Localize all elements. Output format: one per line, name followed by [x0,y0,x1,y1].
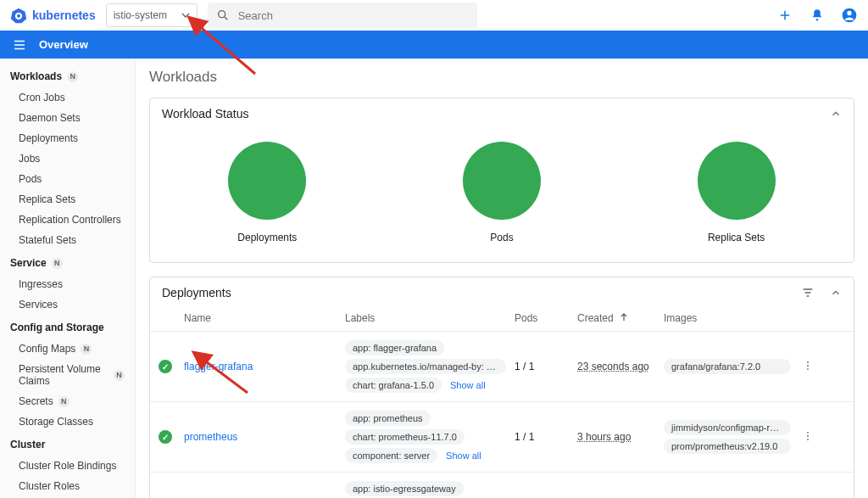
status-ok-icon [159,360,172,373]
namespace-selected: istio-system [114,9,167,21]
svg-point-12 [807,435,809,437]
svg-point-7 [847,11,851,15]
col-name[interactable]: Name [184,312,345,324]
status-circle-icon [228,142,306,220]
nav-heading-service[interactable]: ServiceN [0,250,135,274]
svg-point-9 [807,365,809,367]
deployments-card: Deployments Name Labels Pods Created Im [149,277,854,498]
search-input[interactable] [238,9,469,22]
sidebar-item-storage-classes[interactable]: Storage Classes [0,411,135,432]
namespace-badge-icon: N [114,370,125,381]
sidebar-item-deployments[interactable]: Deployments [0,128,135,148]
namespace-select[interactable]: istio-system [106,3,198,27]
nav-heading-cluster[interactable]: Cluster [0,432,135,456]
pods-cell: 1 / 1 [515,361,577,372]
nav-heading-workloads[interactable]: WorkloadsN [0,64,135,87]
show-all-link[interactable]: Show all [441,448,487,463]
label-chip: component: server [345,448,437,463]
col-pods[interactable]: Pods [515,312,577,324]
notifications-button[interactable] [809,7,826,24]
status-circle-icon [698,142,776,220]
label-chip: app.kubernetes.io/managed-by: Helm [345,359,506,374]
created-cell: 23 seconds ago [577,361,664,372]
table-row: prometheusapp: prometheuschart: promethe… [150,402,854,473]
col-labels[interactable]: Labels [345,312,515,324]
table-row: flagger-grafanaapp: flagger-grafanaapp.k… [150,332,854,402]
sidebar-item-services[interactable]: Services [0,294,135,315]
sidebar-item-replica-sets[interactable]: Replica Sets [0,189,135,210]
chevron-up-icon[interactable] [830,108,842,120]
labels-cell: app: istio-egressgatewayinstall.operator… [345,481,515,498]
sub-header: Overview [0,31,868,59]
sidebar-item-jobs[interactable]: Jobs [0,148,135,169]
sidebar-item-daemon-sets[interactable]: Daemon Sets [0,108,135,128]
sidebar-item-secrets[interactable]: SecretsN [0,391,135,411]
sidebar-item-config-maps[interactable]: Config MapsN [0,339,135,359]
status-label: Replica Sets [708,232,765,243]
sidebar: WorkloadsNCron JobsDaemon SetsDeployment… [0,59,136,498]
svg-point-3 [218,11,225,18]
label-chip: chart: grafana-1.5.0 [345,378,442,393]
page-title: Workloads [149,69,854,86]
images-cell: grafana/grafana:7.2.0 [664,359,791,374]
chevron-up-icon[interactable] [830,287,842,299]
image-chip: grafana/grafana:7.2.0 [664,359,791,374]
show-all-link[interactable]: Show all [445,378,491,393]
created-cell: 3 hours ago [577,431,664,443]
labels-cell: app: flagger-grafanaapp.kubernetes.io/ma… [345,340,515,393]
logo[interactable]: kubernetes [10,7,96,24]
col-created[interactable]: Created [577,312,664,324]
namespace-badge-icon: N [67,71,78,82]
workload-status-card: Workload Status DeploymentsPodsReplica S… [149,98,854,263]
labels-cell: app: prometheuschart: prometheus-11.7.0c… [345,411,515,463]
svg-point-13 [807,439,809,440]
row-menu-button[interactable] [791,430,825,445]
images-cell: jimmidyson/configmap-reload:v0.3.0prom/p… [664,420,791,454]
status-ok-icon [159,430,172,444]
hamburger-icon[interactable] [12,37,27,53]
label-chip: app: istio-egressgateway [345,481,464,496]
search-bar[interactable] [208,3,477,28]
account-button[interactable] [841,7,858,24]
card-title: Workload Status [162,107,248,120]
pods-cell: 1 / 1 [515,431,577,443]
create-button[interactable] [776,7,793,24]
bell-icon [810,8,825,23]
top-bar: kubernetes istio-system [0,0,868,31]
page-section-title: Overview [39,38,88,51]
kebab-icon [802,430,814,442]
sidebar-item-pods[interactable]: Pods [0,169,135,189]
table-row: istio-egressgatewayapp: istio-egressgate… [150,473,854,498]
namespace-badge-icon: N [81,344,92,355]
status-item-pods: Pods [463,142,541,243]
plus-icon [777,8,793,23]
svg-line-4 [225,17,227,20]
nav-heading-config-and-storage[interactable]: Config and Storage [0,315,135,339]
sidebar-item-cluster-role-bindings[interactable]: Cluster Role Bindings [0,456,135,476]
deployment-name-link[interactable]: flagger-grafana [184,361,345,372]
status-item-deployments: Deployments [228,142,306,243]
sidebar-item-replication-controllers[interactable]: Replication Controllers [0,210,135,230]
svg-point-8 [807,361,809,362]
image-chip: jimmidyson/configmap-reload:v0.3.0 [664,420,791,435]
sidebar-item-stateful-sets[interactable]: Stateful Sets [0,230,135,250]
deployment-name-link[interactable]: prometheus [184,431,345,443]
label-chip: app: flagger-grafana [345,340,444,355]
filter-icon[interactable] [801,286,815,299]
search-icon [216,8,230,22]
status-circle-icon [463,142,541,220]
arrow-up-icon [620,313,628,322]
row-menu-button[interactable] [791,360,825,374]
image-chip: prom/prometheus:v2.19.0 [664,439,791,454]
card-title: Deployments [162,286,231,299]
sidebar-item-persistent-volume-claims[interactable]: Persistent Volume ClaimsN [0,359,135,391]
svg-point-11 [807,431,809,433]
sidebar-item-cron-jobs[interactable]: Cron Jobs [0,87,135,108]
col-images[interactable]: Images [664,312,791,324]
sidebar-item-cluster-roles[interactable]: Cluster Roles [0,476,135,496]
status-item-replica-sets: Replica Sets [698,142,776,243]
svg-point-10 [807,368,809,370]
table-header-row: Name Labels Pods Created Images [150,309,854,332]
sidebar-item-ingresses[interactable]: Ingresses [0,274,135,294]
svg-point-2 [17,14,20,18]
